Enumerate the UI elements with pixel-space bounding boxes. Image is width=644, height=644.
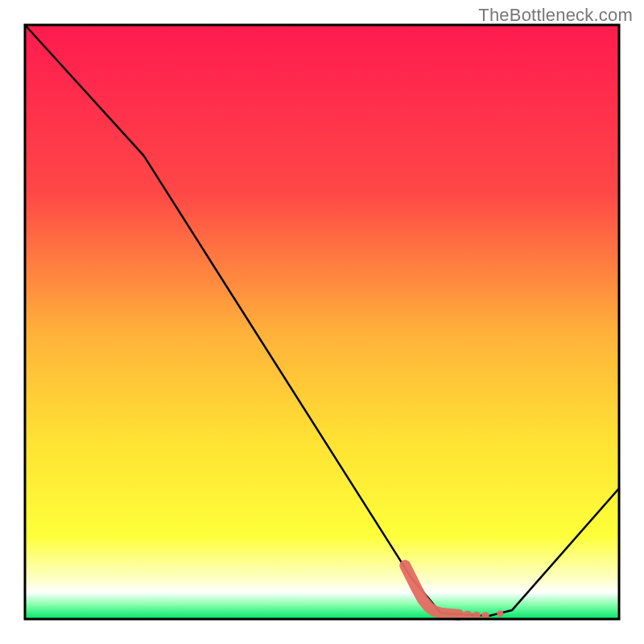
sweet-spot-dot — [497, 610, 503, 617]
chart-container: TheBottleneck.com — [0, 0, 644, 644]
gradient-background — [25, 25, 619, 619]
attribution-text: TheBottleneck.com — [478, 5, 633, 26]
bottleneck-chart — [0, 0, 644, 644]
